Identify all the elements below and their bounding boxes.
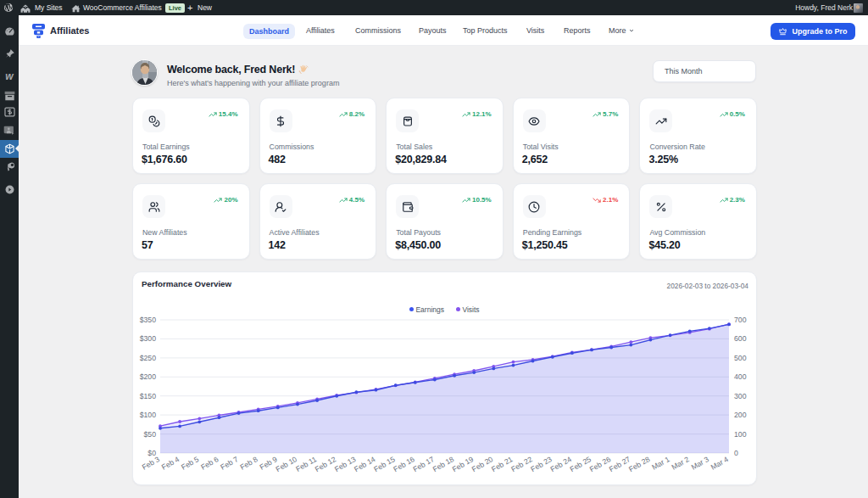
svg-text:Feb 25: Feb 25 [569, 455, 593, 473]
svg-text:$250: $250 [140, 354, 156, 362]
svg-text:Feb 23: Feb 23 [529, 455, 554, 473]
svg-text:Feb 22: Feb 22 [509, 455, 534, 473]
svg-text:Feb 19: Feb 19 [451, 455, 476, 473]
svg-text:$300: $300 [140, 334, 156, 343]
svg-text:Feb 26: Feb 26 [588, 455, 613, 473]
svg-text:100: 100 [734, 430, 747, 439]
svg-text:Feb 27: Feb 27 [608, 455, 632, 473]
svg-text:0: 0 [734, 449, 738, 457]
svg-text:$350: $350 [140, 316, 156, 324]
svg-text:Feb 15: Feb 15 [372, 455, 397, 473]
svg-text:600: 600 [734, 334, 747, 343]
svg-text:Mar 1: Mar 1 [650, 455, 670, 472]
svg-text:Feb 28: Feb 28 [627, 455, 652, 473]
svg-text:Feb 4: Feb 4 [160, 455, 181, 472]
svg-text:$150: $150 [140, 392, 156, 400]
svg-text:Feb 8: Feb 8 [238, 455, 259, 472]
svg-text:200: 200 [734, 411, 747, 419]
svg-text:Feb 12: Feb 12 [314, 455, 338, 473]
svg-text:Feb 6: Feb 6 [199, 455, 220, 472]
svg-text:Mar 3: Mar 3 [690, 455, 710, 472]
svg-text:Mar 4: Mar 4 [709, 455, 730, 472]
svg-text:400: 400 [734, 372, 747, 381]
svg-text:Mar 2: Mar 2 [670, 455, 690, 472]
svg-text:$50: $50 [144, 430, 157, 439]
svg-text:Feb 7: Feb 7 [219, 455, 239, 472]
svg-text:Feb 17: Feb 17 [411, 455, 436, 473]
svg-text:700: 700 [734, 316, 747, 324]
svg-text:$200: $200 [140, 372, 156, 381]
svg-text:Feb 21: Feb 21 [490, 455, 515, 473]
svg-text:Feb 11: Feb 11 [294, 455, 318, 473]
svg-text:Feb 14: Feb 14 [353, 455, 377, 473]
svg-text:Feb 13: Feb 13 [333, 455, 358, 473]
svg-text:Feb 24: Feb 24 [548, 455, 573, 473]
svg-text:$100: $100 [140, 411, 156, 419]
svg-text:300: 300 [734, 392, 747, 400]
svg-text:Feb 5: Feb 5 [180, 455, 200, 472]
svg-text:Feb 10: Feb 10 [275, 455, 299, 473]
svg-text:Feb 18: Feb 18 [431, 455, 456, 473]
svg-text:Feb 16: Feb 16 [392, 455, 416, 473]
svg-text:Feb 20: Feb 20 [470, 455, 495, 473]
svg-text:500: 500 [734, 354, 747, 362]
